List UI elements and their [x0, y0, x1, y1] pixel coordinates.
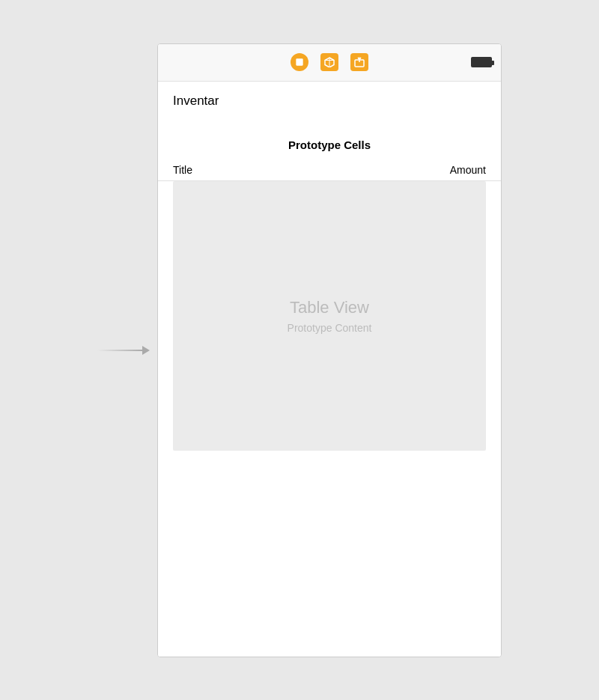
device-frame: Inventar Prototype Cells Title Amount Ta… — [157, 43, 502, 657]
stop-button[interactable] — [291, 53, 308, 71]
svg-rect-0 — [296, 58, 302, 65]
cube-button[interactable] — [320, 53, 338, 71]
export-icon — [354, 57, 365, 67]
arrow-connector — [97, 346, 150, 355]
nav-title: Inventar — [173, 94, 219, 108]
column-amount-label: Amount — [450, 164, 486, 176]
stop-icon — [294, 57, 305, 67]
column-headers: Title Amount — [158, 159, 501, 181]
arrow-head — [142, 346, 150, 355]
section-header: Prototype Cells — [158, 116, 501, 159]
battery-icon — [471, 57, 492, 67]
device-screen: Inventar Prototype Cells Title Amount Ta… — [158, 82, 501, 657]
table-view-label: Table View — [290, 298, 369, 317]
export-button[interactable] — [350, 53, 368, 71]
table-view-container: Table View Prototype Content — [173, 181, 486, 451]
device-toolbar — [158, 44, 501, 82]
cube-icon — [324, 57, 335, 67]
nav-bar: Inventar — [158, 82, 501, 116]
storyboard-container: Inventar Prototype Cells Title Amount Ta… — [97, 43, 502, 657]
arrow-line — [97, 350, 142, 351]
prototype-content-label: Prototype Content — [288, 322, 372, 334]
canvas-area: Inventar Prototype Cells Title Amount Ta… — [0, 0, 599, 700]
column-title-label: Title — [173, 164, 192, 176]
section-title: Prototype Cells — [288, 139, 371, 151]
